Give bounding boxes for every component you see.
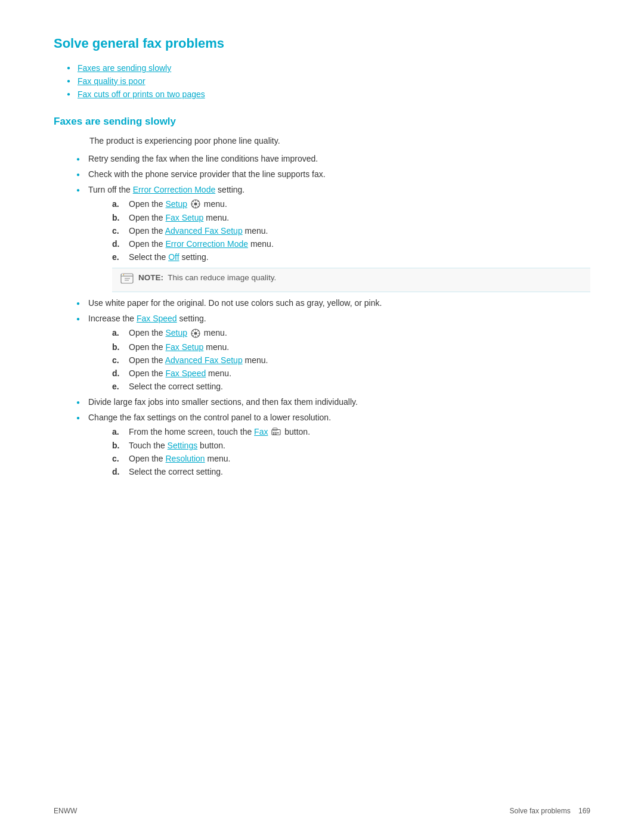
svg-rect-29 — [275, 432, 277, 433]
svg-line-25 — [193, 335, 194, 336]
bullet-text: Use white paper for the original. Do not… — [88, 298, 382, 308]
svg-line-6 — [193, 201, 194, 202]
list-item: Check with the phone service provider th… — [78, 169, 590, 179]
link-setup-a2[interactable]: Setup — [166, 328, 188, 337]
note-icon: 📝 — [120, 273, 134, 285]
link-advanced-fax-setup-c[interactable]: Advanced Fax Setup — [165, 226, 243, 236]
bullet-text: Retry sending the fax when the line cond… — [88, 154, 318, 163]
sub-list-item: d. Open the Fax Speed menu. — [112, 368, 590, 378]
intro-text: The product is experiencing poor phone l… — [54, 136, 590, 145]
sub-list-item: c. Open the Resolution menu. — [112, 454, 590, 463]
link-settings-b3[interactable]: Settings — [168, 441, 198, 450]
footer-section-label: Solve fax problems — [510, 807, 571, 815]
bullet-text-before: Increase the — [88, 314, 137, 323]
link-error-correction-d[interactable]: Error Correction Mode — [166, 239, 249, 249]
link-off-e[interactable]: Off — [168, 252, 179, 262]
sub-text: Touch the Settings button. — [129, 441, 225, 450]
list-item: Increase the Fax Speed setting. a. Open … — [78, 314, 590, 391]
bullet-text-before: Turn off the — [88, 185, 133, 194]
bullet-text: Check with the phone service provider th… — [88, 169, 326, 179]
sub-list-item: d. Open the Error Correction Mode menu. — [112, 239, 590, 249]
svg-line-7 — [197, 206, 199, 208]
svg-line-23 — [197, 335, 199, 336]
link-fax-setup-b2[interactable]: Fax Setup — [166, 342, 204, 352]
setup-icon-2 — [191, 329, 200, 338]
note-box: 📝 NOTE: This can reduce image quality. — [112, 268, 590, 292]
sub-text: Open the Advanced Fax Setup menu. — [129, 226, 268, 236]
list-item: Change the fax settings on the control p… — [78, 413, 590, 476]
sub-list-item: d. Select the correct setting. — [112, 467, 590, 476]
toc-link-fax-quality[interactable]: Fax quality is poor — [78, 76, 145, 86]
setup-icon — [191, 199, 200, 209]
footer-page-number: 169 — [578, 807, 590, 815]
toc-item-fax-quality[interactable]: Fax quality is poor — [78, 76, 590, 86]
list-item: Retry sending the fax when the line cond… — [78, 154, 590, 163]
sub-text: Open the Error Correction Mode menu. — [129, 239, 274, 249]
sub-list-item: b. Touch the Settings button. — [112, 441, 590, 450]
footer: ENWW Solve fax problems 169 — [54, 807, 590, 815]
list-item: Divide large fax jobs into smaller secti… — [78, 397, 590, 407]
sub-label: e. — [112, 382, 124, 391]
sub-text: Open the Setup — [129, 328, 227, 338]
link-advanced-fax-setup-c2[interactable]: Advanced Fax Setup — [165, 355, 243, 365]
section-title-faxes-slow: Faxes are sending slowly — [54, 116, 590, 128]
note-label: NOTE: This can reduce image quality. — [138, 273, 276, 282]
toc-link-fax-cuts-off[interactable]: Fax cuts off or prints on two pages — [78, 89, 205, 99]
sub-label: d. — [112, 467, 124, 476]
link-fax-a3[interactable]: Fax — [254, 427, 268, 436]
list-item: Turn off the Error Correction Mode setti… — [78, 185, 590, 292]
sub-label: a. — [112, 199, 124, 209]
fax-icon — [271, 427, 281, 436]
sub-list-item: c. Open the Advanced Fax Setup menu. — [112, 226, 590, 236]
sub-label: a. — [112, 328, 124, 338]
link-error-correction-mode[interactable]: Error Correction Mode — [133, 185, 216, 194]
main-title: Solve general fax problems — [54, 36, 590, 51]
footer-right: Solve fax problems 169 — [510, 807, 590, 815]
sub-list-item: b. Open the Fax Setup menu. — [112, 342, 590, 352]
sub-text: Open the Fax Speed menu. — [129, 368, 231, 378]
svg-line-9 — [193, 206, 194, 208]
toc-item-faxes-slow[interactable]: Faxes are sending slowly — [78, 63, 590, 73]
svg-rect-31 — [273, 433, 275, 434]
bullet-text: Change the fax settings on the control p… — [88, 413, 331, 422]
link-setup-a[interactable]: Setup — [166, 199, 188, 209]
sub-text: Select the correct setting. — [129, 382, 223, 391]
bullet-list-main: Retry sending the fax when the line cond… — [54, 154, 590, 476]
sub-text: Open the Resolution menu. — [129, 454, 230, 463]
sub-text: Open the Advanced Fax Setup menu. — [129, 355, 268, 365]
svg-line-22 — [193, 330, 194, 332]
svg-point-1 — [194, 203, 197, 206]
sub-label: b. — [112, 342, 124, 352]
sub-text: Select the Off setting. — [129, 252, 209, 262]
bullet-text: Divide large fax jobs into smaller secti… — [88, 397, 358, 407]
toc-link-faxes-slow[interactable]: Faxes are sending slowly — [78, 63, 171, 73]
toc-list: Faxes are sending slowly Fax quality is … — [54, 63, 590, 99]
sub-text: Open the Setup — [129, 199, 227, 209]
toc-item-fax-cuts-off[interactable]: Fax cuts off or prints on two pages — [78, 89, 590, 99]
svg-point-17 — [194, 332, 197, 335]
link-fax-speed[interactable]: Fax Speed — [137, 314, 177, 323]
bullet-text-after: setting. — [215, 185, 244, 194]
sub-list-item: a. Open the Setup — [112, 199, 590, 209]
link-resolution-c3[interactable]: Resolution — [166, 454, 205, 463]
svg-rect-32 — [275, 433, 277, 434]
sub-label: c. — [112, 454, 124, 463]
bullet-text-after: setting. — [177, 314, 206, 323]
page-content: Solve general fax problems Faxes are sen… — [0, 0, 644, 530]
svg-line-24 — [197, 330, 199, 332]
sub-label: e. — [112, 252, 124, 262]
sub-list-resolution: a. From the home screen, touch the Fax b… — [88, 427, 590, 476]
sub-text: From the home screen, touch the Fax butt… — [129, 427, 310, 437]
sub-text: Select the correct setting. — [129, 467, 223, 476]
sub-list-fax-speed: a. Open the Setup — [88, 328, 590, 391]
link-fax-speed-d[interactable]: Fax Speed — [166, 368, 206, 378]
sub-list-item: c. Open the Advanced Fax Setup menu. — [112, 355, 590, 365]
sub-list-item: b. Open the Fax Setup menu. — [112, 213, 590, 222]
sub-label: a. — [112, 427, 124, 437]
sub-list-item: e. Select the correct setting. — [112, 382, 590, 391]
list-item: Use white paper for the original. Do not… — [78, 298, 590, 308]
note-icon-wrapper: 📝 — [120, 273, 134, 287]
sub-label: d. — [112, 368, 124, 378]
sub-list-item: a. Open the Setup — [112, 328, 590, 338]
link-fax-setup-b[interactable]: Fax Setup — [166, 213, 204, 222]
